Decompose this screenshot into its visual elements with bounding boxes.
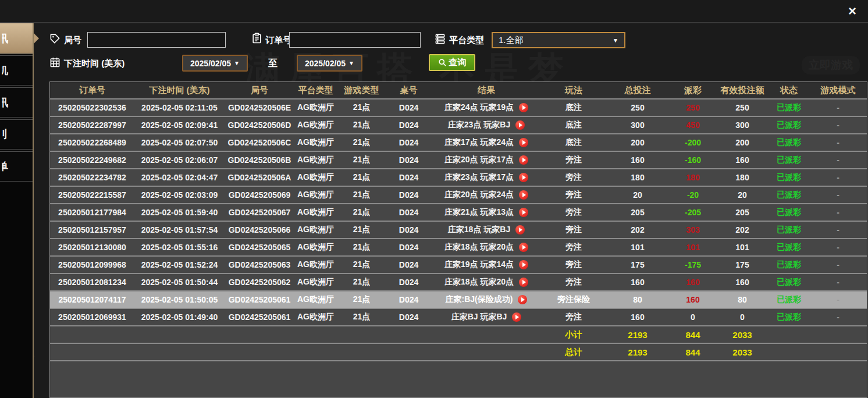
cell-platform: AG欧洲厅	[294, 120, 337, 130]
date-range-to-label: 至	[268, 58, 278, 70]
column-header: 游戏类型	[337, 85, 386, 96]
cell-play-method: 底注	[542, 120, 606, 130]
cell-table-number: D024	[386, 103, 431, 112]
table-row[interactable]: 250205022302536 2025-02-05 02:11:05 GD02…	[50, 98, 867, 116]
play-replay-icon[interactable]	[519, 155, 528, 165]
cell-platform: AG欧洲厅	[294, 102, 337, 113]
table-row[interactable]: 250205012130080 2025-02-05 01:55:16 GD02…	[50, 238, 867, 255]
cell-table-number: D024	[386, 155, 431, 165]
sidebar-tab-5[interactable]: 单	[0, 151, 33, 182]
cell-play-method: 旁注	[542, 277, 606, 287]
play-replay-icon[interactable]	[519, 190, 528, 200]
cell-order-number: 250205022302536	[50, 103, 134, 112]
play-replay-icon[interactable]	[515, 120, 525, 130]
platform-type-select[interactable]: 1.全部 ▼	[492, 32, 625, 48]
order-number-input[interactable]	[289, 32, 421, 48]
cell-order-number: 250205012081234	[50, 278, 134, 287]
cell-result: 庄家18点 玩家20点	[431, 277, 542, 287]
table-row[interactable]: 250205012177984 2025-02-05 01:59:40 GD02…	[50, 203, 867, 221]
table-row[interactable]: 250205022249682 2025-02-05 02:06:07 GD02…	[50, 151, 867, 168]
cell-valid-bet: 20	[716, 190, 769, 200]
cell-result: 庄家17点 玩家24点	[431, 137, 542, 148]
cell-game-type: 21点	[337, 120, 386, 130]
round-number-input[interactable]	[87, 32, 226, 48]
cell-valid-bet: 101	[716, 243, 769, 252]
sidebar-tab-label: 讯	[2, 95, 33, 109]
play-replay-icon[interactable]	[519, 138, 528, 147]
play-replay-icon[interactable]	[519, 278, 528, 287]
cell-status: 已派彩	[769, 137, 809, 148]
play-replay-icon[interactable]	[519, 103, 528, 112]
column-header: 订单号	[50, 85, 134, 96]
cell-game-type: 21点	[337, 172, 386, 183]
cell-payout: -205	[670, 208, 716, 217]
sidebar-tab-4[interactable]: 刂	[0, 119, 33, 150]
play-replay-icon[interactable]	[519, 208, 528, 217]
close-icon[interactable]: ×	[844, 2, 861, 20]
cell-result: 庄家18点 玩家BJ	[431, 225, 542, 235]
result-text: 庄家18点 玩家20点	[444, 277, 514, 287]
table-row[interactable]: 250205012081234 2025-02-05 01:50:44 GD02…	[50, 273, 867, 290]
date-to-value: 2025/02/05	[305, 59, 346, 68]
table-row[interactable]: 250205022268489 2025-02-05 02:07:50 GD02…	[50, 133, 867, 151]
play-replay-icon[interactable]	[512, 312, 521, 322]
result-text: 庄家20点 玩家24点	[444, 190, 514, 200]
play-replay-icon[interactable]	[519, 260, 528, 269]
sidebar-tab-label: 机	[2, 63, 33, 77]
table-row[interactable]: 250205022287997 2025-02-05 02:09:41 GD02…	[50, 116, 867, 133]
sidebar-tab-2[interactable]: 机	[0, 55, 33, 86]
result-text: 庄家18点 玩家20点	[444, 242, 514, 253]
play-replay-icon[interactable]	[518, 295, 527, 304]
date-to-dropdown[interactable]: 2025/02/05 ▼	[297, 55, 362, 72]
cell-table-number: D024	[386, 120, 431, 130]
query-button-label: 查询	[449, 57, 467, 68]
cell-order-number: 250205012157957	[50, 225, 134, 234]
sidebar-tab-3[interactable]: 讯	[0, 87, 33, 118]
cell-order-number: 250205012130080	[50, 243, 134, 252]
table-row[interactable]: 250205012074117 2025-02-05 01:50:05 GD02…	[50, 290, 867, 308]
cell-status: 已派彩	[769, 242, 809, 253]
chevron-down-icon: ▼	[234, 60, 240, 66]
cell-payout: 160	[670, 278, 716, 287]
query-button[interactable]: 查询	[429, 54, 475, 71]
table-row[interactable]: 250205012157957 2025-02-05 01:57:54 GD02…	[50, 221, 867, 238]
table-row[interactable]: 250205012099968 2025-02-05 01:52:24 GD02…	[50, 255, 867, 273]
cell-total-bet: 101	[606, 243, 670, 252]
cell-total-bet: 160	[606, 312, 670, 322]
order-number-label: 订单号	[265, 35, 291, 46]
cell-status: 已派彩	[769, 190, 809, 200]
cell-game-mode: -	[809, 173, 867, 182]
cell-payout: -20	[670, 190, 716, 200]
cell-round-number: GD0242520506C	[225, 138, 294, 147]
betting-records-window: GAMING 满屋百搭 不是梦 立即游戏 Urmika 数: 39 × 讯 机 …	[0, 0, 868, 398]
play-replay-icon[interactable]	[515, 225, 525, 234]
cell-round-number: GD02425205065	[225, 243, 294, 252]
cell-result: 庄家20点 玩家17点	[431, 155, 542, 165]
summary-valid-bet: 2033	[716, 330, 769, 340]
cell-status: 已派彩	[769, 294, 809, 305]
date-from-dropdown[interactable]: 2025/02/05 ▼	[182, 55, 248, 72]
cell-status: 已派彩	[769, 172, 809, 183]
cell-status: 已派彩	[769, 102, 809, 113]
cell-status: 已派彩	[769, 155, 809, 165]
cell-game-mode: -	[809, 260, 867, 269]
cell-round-number: GD02425205067	[225, 208, 294, 217]
play-replay-icon[interactable]	[519, 243, 528, 252]
play-replay-icon[interactable]	[519, 173, 528, 182]
table-row[interactable]: 250205012069931 2025-02-05 01:49:40 GD02…	[50, 308, 867, 325]
summary-row: 总计 2193 844 2033	[50, 343, 867, 360]
cell-valid-bet: 80	[716, 295, 769, 304]
sidebar-tab-1[interactable]: 讯	[0, 23, 33, 54]
platform-type-label: 平台类型	[449, 35, 484, 46]
cell-order-number: 250205012074117	[50, 295, 134, 304]
cell-bet-time: 2025-02-05 01:55:16	[134, 243, 225, 252]
table-row[interactable]: 250205022215587 2025-02-05 02:03:09 GD02…	[50, 186, 867, 203]
bet-records-table: 订单号 下注时间 (美东) 局号 平台类型 游戏类型 桌号 结果 玩法 总投注 …	[49, 81, 867, 398]
table-row[interactable]: 250205022234782 2025-02-05 02:04:47 GD02…	[50, 168, 867, 186]
cell-platform: AG欧洲厅	[294, 172, 337, 183]
cell-game-mode: -	[809, 155, 867, 165]
cell-round-number: GD0242520506A	[225, 173, 294, 182]
cell-result: 庄家19点 玩家14点	[431, 260, 542, 270]
cell-game-mode: -	[809, 243, 867, 252]
cell-round-number: GD02425205061	[225, 312, 294, 322]
